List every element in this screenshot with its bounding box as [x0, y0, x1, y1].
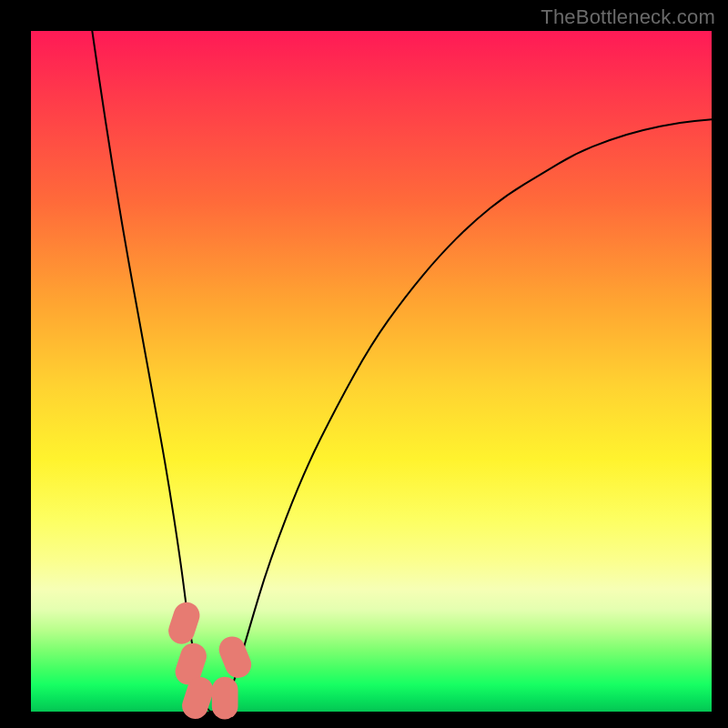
chart-frame: TheBottleneck.com — [0, 0, 728, 728]
plot-area — [31, 31, 712, 712]
curve-markers — [165, 599, 255, 723]
chart-svg — [31, 31, 712, 712]
curve-marker — [212, 677, 238, 720]
curve-marker — [165, 599, 203, 647]
watermark-text: TheBottleneck.com — [541, 5, 715, 29]
curve-marker — [215, 632, 255, 682]
